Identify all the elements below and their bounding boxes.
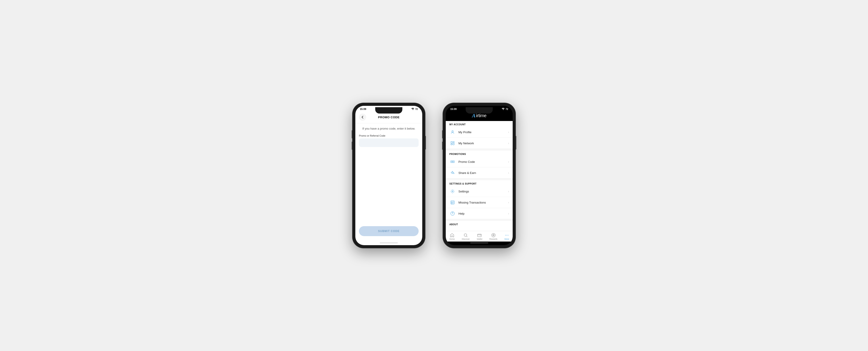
svg-rect-4 [453, 143, 454, 145]
home-indicator-left [380, 242, 398, 243]
logo-a: A [472, 113, 475, 119]
menu-item-help[interactable]: Help › [446, 208, 513, 219]
back-button[interactable] [359, 114, 366, 121]
rewards-nav-label: Rewards [489, 238, 498, 240]
scene: 15:09 72 [344, 94, 524, 257]
promo-subtitle: If you have a promo code, enter it below… [359, 127, 418, 130]
menu-item-promo-code[interactable]: Promo Code › [446, 156, 513, 167]
svg-point-0 [452, 130, 454, 132]
svg-point-21 [506, 235, 507, 236]
share-icon [450, 170, 456, 176]
airtime-logo: A irtime [472, 113, 487, 119]
svg-rect-3 [453, 142, 454, 143]
svg-point-15 [452, 214, 453, 214]
submit-code-button[interactable]: SUBMIT CODE [359, 226, 418, 236]
divider-2 [446, 178, 513, 180]
svg-point-7 [453, 161, 454, 162]
missing-transactions-label: Missing Transactions [458, 201, 508, 204]
divider-3 [446, 219, 513, 221]
battery-left: 72 [415, 108, 418, 110]
divider-1 [446, 149, 513, 151]
menu-item-missing-transactions[interactable]: Missing Transactions › [446, 197, 513, 208]
nav-rewards[interactable]: Rewards [488, 233, 499, 241]
status-bar-left: 15:09 72 [355, 106, 422, 111]
menu-content: MY ACCOUNT My Profile › [446, 121, 513, 231]
settings-icon [450, 188, 456, 195]
settings-label: Settings [458, 190, 508, 193]
back-arrow-icon [361, 115, 364, 119]
right-phone: 15:09 72 A irtime [443, 103, 515, 248]
promo-body: If you have a promo code, enter it below… [355, 123, 422, 241]
svg-rect-2 [451, 144, 452, 145]
profile-icon [450, 129, 456, 135]
svg-rect-18 [477, 234, 482, 237]
left-screen: 15:09 72 [355, 106, 422, 245]
battery-right: 72 [506, 108, 508, 110]
status-bar-right: 15:09 72 [446, 106, 513, 111]
transactions-icon [450, 199, 456, 206]
menu-item-my-network[interactable]: My Network › [446, 138, 513, 149]
home-indicator-right [470, 242, 488, 243]
chevron-my-profile: › [508, 130, 509, 134]
more-nav-icon [504, 233, 509, 237]
section-header-my-account: MY ACCOUNT [446, 121, 513, 127]
more-nav-label: More [504, 238, 509, 240]
share-earn-label: Share & Earn [458, 171, 508, 175]
help-label: Help [458, 212, 508, 215]
time-left: 15:09 [360, 108, 366, 110]
discover-nav-icon [463, 233, 468, 237]
svg-point-6 [452, 161, 452, 162]
right-screen: 15:09 72 A irtime [446, 106, 513, 245]
promo-icon [450, 158, 456, 165]
nav-wallet[interactable]: Wallet [475, 233, 484, 241]
svg-point-16 [464, 234, 467, 236]
network-icon [450, 140, 456, 146]
nav-home[interactable]: Home [447, 233, 457, 241]
svg-point-9 [452, 191, 453, 192]
airtime-header: A irtime [446, 111, 513, 121]
promo-screen: PROMO CODE If you have a promo code, ent… [355, 111, 422, 245]
chevron-help: › [508, 212, 509, 215]
chevron-my-network: › [508, 141, 509, 145]
wifi-icon-left [411, 108, 414, 110]
chevron-share-earn: › [508, 171, 509, 175]
menu-item-share-earn[interactable]: Share & Earn › [446, 167, 513, 178]
menu-item-my-profile[interactable]: My Profile › [446, 127, 513, 138]
menu-item-settings[interactable]: Settings › [446, 186, 513, 197]
section-header-about: ABOUT [446, 221, 513, 227]
section-header-promotions: PROMOTIONS [446, 151, 513, 156]
logo-rest: irtime [476, 113, 487, 118]
promo-header: PROMO CODE [355, 111, 422, 123]
discover-nav-label: Discover [462, 238, 470, 240]
left-phone: 15:09 72 [352, 103, 425, 248]
status-icons-left: 72 [411, 108, 418, 110]
home-nav-label: Home [450, 238, 455, 240]
promo-field-label: Promo or Referral Code [359, 134, 418, 137]
status-icons-right: 72 [502, 108, 508, 110]
svg-line-8 [452, 161, 453, 163]
rewards-nav-icon [491, 233, 496, 237]
svg-point-20 [505, 235, 506, 236]
svg-line-17 [467, 236, 467, 237]
nav-more[interactable]: More [503, 233, 511, 241]
chevron-missing-transactions: › [508, 201, 509, 204]
my-profile-label: My Profile [458, 130, 508, 134]
chevron-promo-code: › [508, 160, 509, 164]
svg-rect-10 [451, 201, 454, 204]
wallet-nav-label: Wallet [477, 238, 483, 240]
promo-screen-title: PROMO CODE [378, 116, 399, 119]
promo-code-input[interactable] [359, 138, 418, 147]
home-nav-icon [450, 233, 454, 237]
chevron-settings: › [508, 189, 509, 193]
promo-code-label: Promo Code [458, 160, 508, 164]
nav-discover[interactable]: Discover [460, 233, 471, 241]
wallet-nav-icon [477, 233, 482, 237]
bottom-nav: Home Discover Wallet [446, 231, 513, 241]
section-header-settings: SETTINGS & SUPPORT [446, 180, 513, 186]
my-network-label: My Network [458, 142, 508, 145]
time-right: 15:09 [450, 108, 457, 110]
help-icon [450, 210, 456, 217]
wifi-icon-right [502, 108, 505, 110]
svg-point-22 [508, 235, 508, 236]
svg-rect-1 [451, 142, 452, 143]
